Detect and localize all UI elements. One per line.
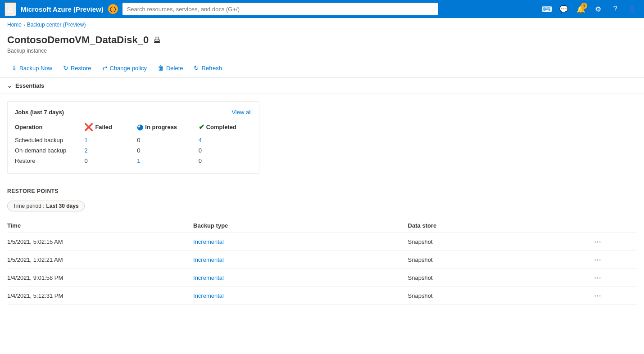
notification-badge: 1	[581, 3, 587, 9]
rp-data-store: Snapshot	[408, 233, 594, 251]
job-inprogress: 1	[137, 156, 198, 166]
breadcrumb-home[interactable]: Home	[7, 22, 22, 28]
rp-data-store: Snapshot	[408, 269, 594, 287]
topbar: ☰ Microsoft Azure (Preview) ◯ ⌨ 💬 🔔 1 ⚙ …	[0, 0, 644, 18]
print-icon[interactable]: 🖶	[153, 36, 161, 45]
view-all-link[interactable]: View all	[231, 109, 252, 116]
content-area: Jobs (last 7 days) View all Operation ❌ …	[0, 94, 644, 181]
refresh-icon: ↻	[194, 64, 199, 72]
breadcrumb: Home › Backup center (Preview)	[0, 18, 644, 31]
settings-button[interactable]: ⚙	[591, 2, 605, 16]
refresh-label: Refresh	[201, 65, 222, 72]
notifications-button[interactable]: 🔔 1	[574, 2, 588, 16]
rp-actions-cell: ⋯	[594, 233, 637, 251]
completed-count-link[interactable]: 4	[199, 137, 202, 143]
restore-points-title: RESTORE POINTS	[7, 188, 637, 194]
rp-backup-type[interactable]: Incremental	[193, 251, 408, 269]
rp-backup-type[interactable]: Incremental	[193, 269, 408, 287]
rp-col-data-store: Data store	[408, 219, 594, 233]
jobs-table: Operation ❌ Failed ◕ In progress	[15, 121, 252, 166]
change-policy-label: Change policy	[110, 65, 147, 72]
jobs-col-completed: ✔ Completed	[199, 121, 252, 135]
inprogress-status-header: ◕ In progress	[137, 123, 177, 131]
rp-data-store: Snapshot	[408, 287, 594, 305]
rp-more-actions-button[interactable]: ⋯	[594, 273, 602, 282]
rp-col-time: Time	[7, 219, 193, 233]
failed-count-link[interactable]: 2	[84, 147, 87, 154]
breadcrumb-backup-center[interactable]: Backup center (Preview)	[27, 22, 86, 28]
restore-label: Restore	[71, 65, 91, 72]
cloud-shell-button[interactable]: ⌨	[540, 2, 554, 16]
time-period-label: Time period :	[13, 203, 45, 209]
failed-count-link[interactable]: 1	[84, 137, 87, 143]
delete-button[interactable]: 🗑 Delete	[153, 62, 188, 74]
rp-data-store: Snapshot	[408, 251, 594, 269]
completed-count: 0	[199, 147, 202, 154]
job-completed: 4	[199, 135, 252, 145]
job-inprogress: 0	[137, 135, 198, 145]
jobs-col-failed: ❌ Failed	[84, 121, 137, 135]
rp-col-actions	[594, 219, 637, 233]
rp-more-actions-button[interactable]: ⋯	[594, 291, 602, 300]
page-header: ContosoDemoVM_DataDisk_0 🖶	[0, 31, 644, 48]
job-completed: 0	[199, 145, 252, 156]
jobs-card: Jobs (last 7 days) View all Operation ❌ …	[7, 101, 259, 174]
rp-more-actions-button[interactable]: ⋯	[594, 255, 602, 264]
account-button[interactable]: 👤	[625, 2, 639, 16]
rp-actions-cell: ⋯	[594, 251, 637, 269]
failed-status-header: ❌ Failed	[84, 123, 112, 131]
time-period-filter[interactable]: Time period : Last 30 days	[7, 201, 85, 211]
restore-points-section: RESTORE POINTS Time period : Last 30 day…	[0, 181, 644, 305]
job-failed: 0	[84, 156, 137, 166]
essentials-section-header[interactable]: ⌄ Essentials	[0, 78, 644, 94]
rp-backup-type[interactable]: Incremental	[193, 287, 408, 305]
essentials-label: Essentials	[15, 82, 44, 89]
rp-actions-cell: ⋯	[594, 287, 637, 305]
job-inprogress: 0	[137, 145, 198, 156]
restore-point-row: 1/5/2021, 5:02:15 AM Incremental Snapsho…	[7, 233, 637, 251]
backup-now-icon: ⇓	[12, 64, 17, 72]
jobs-card-header: Jobs (last 7 days) View all	[15, 109, 252, 116]
job-completed: 0	[199, 156, 252, 166]
inprogress-icon: ◕	[137, 123, 143, 131]
refresh-button[interactable]: ↻ Refresh	[189, 62, 227, 74]
time-period-value: Last 30 days	[46, 203, 79, 209]
change-policy-icon: ⇄	[102, 64, 108, 72]
change-policy-button[interactable]: ⇄ Change policy	[98, 62, 151, 74]
rp-actions-cell: ⋯	[594, 269, 637, 287]
failed-icon: ❌	[84, 123, 93, 131]
restore-icon: ↻	[63, 64, 68, 72]
backup-now-button[interactable]: ⇓ Backup Now	[7, 62, 57, 74]
backup-now-label: Backup Now	[19, 65, 52, 72]
global-search-input[interactable]	[122, 3, 438, 15]
inprogress-count: 0	[137, 137, 140, 143]
completed-status-header: ✔ Completed	[199, 123, 236, 131]
restore-point-row: 1/5/2021, 1:02:21 AM Incremental Snapsho…	[7, 251, 637, 269]
rp-time: 1/4/2021, 5:12:31 PM	[7, 287, 193, 305]
jobs-title: Jobs (last 7 days)	[15, 109, 64, 116]
jobs-table-row: On-demand backup 2 0 0	[15, 145, 252, 156]
breadcrumb-sep-1: ›	[23, 22, 25, 27]
inprogress-count-link[interactable]: 1	[137, 157, 140, 164]
completed-count: 0	[199, 157, 202, 164]
rp-backup-type[interactable]: Incremental	[193, 233, 408, 251]
rp-more-actions-button[interactable]: ⋯	[594, 237, 602, 246]
rp-time: 1/5/2021, 1:02:21 AM	[7, 251, 193, 269]
feedback-button[interactable]: 💬	[557, 2, 571, 16]
job-operation: Restore	[15, 156, 84, 166]
job-operation: Scheduled backup	[15, 135, 84, 145]
hamburger-menu[interactable]: ☰	[5, 2, 16, 16]
completed-icon: ✔	[199, 123, 204, 131]
restore-point-row: 1/4/2021, 5:12:31 PM Incremental Snapsho…	[7, 287, 637, 305]
rp-time: 1/5/2021, 5:02:15 AM	[7, 233, 193, 251]
app-title: Microsoft Azure (Preview)	[21, 5, 104, 13]
restore-button[interactable]: ↻ Restore	[59, 62, 96, 74]
essentials-chevron-icon: ⌄	[7, 83, 12, 89]
jobs-col-inprogress: ◕ In progress	[137, 121, 198, 135]
page-title: ContosoDemoVM_DataDisk_0	[7, 34, 149, 46]
restore-points-table: Time Backup type Data store 1/5/2021, 5:…	[7, 219, 637, 305]
topbar-icons: ⌨ 💬 🔔 1 ⚙ ? 👤	[540, 2, 639, 16]
help-button[interactable]: ?	[608, 2, 622, 16]
page-subtitle: Backup instance	[0, 48, 644, 58]
rp-time: 1/4/2021, 9:01:58 PM	[7, 269, 193, 287]
